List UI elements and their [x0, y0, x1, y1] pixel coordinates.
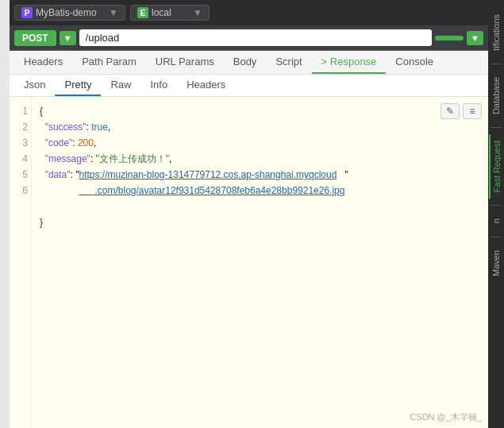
colon-4: : — [90, 151, 96, 167]
code-line-6: } — [40, 214, 482, 230]
brace-close: } — [40, 214, 43, 230]
tab-script[interactable]: Script — [266, 51, 311, 74]
tab-url-params[interactable]: URL Params — [146, 51, 224, 74]
comma-2: , — [108, 119, 110, 135]
resp-tab-raw[interactable]: Raw — [101, 75, 140, 96]
sidebar-tab-notifications[interactable]: tifications — [490, 8, 502, 57]
colon-3: : — [72, 135, 78, 151]
sidebar-tab-fast-request[interactable]: Fast Request — [489, 134, 503, 199]
code-line-1: { — [40, 103, 482, 119]
method-button[interactable]: POST — [14, 30, 56, 46]
method-dropdown-button[interactable]: ▼ — [60, 31, 76, 45]
resp-tab-pretty[interactable]: Pretty — [55, 75, 101, 96]
url-part2: .com/blog/avatar12f931d5428708feb6a4e28b… — [95, 185, 345, 196]
colon-2: : — [87, 119, 92, 135]
code-indent-3 — [40, 135, 45, 151]
code-indent-4 — [40, 151, 45, 167]
val-message: "文件上传成功！" — [96, 151, 170, 167]
resp-tab-json[interactable]: Json — [14, 75, 55, 96]
env-dropdown-arrow: ▼ — [193, 7, 202, 18]
val-code: 200 — [78, 135, 94, 151]
tab-response[interactable]: > Response — [312, 51, 387, 74]
line-num-2: 2 — [16, 119, 28, 135]
top-bar: P MyBatis-demo ▼ E local ▼ — [10, 0, 488, 25]
code-toolbar: ✎ ≡ — [441, 103, 482, 119]
key-message: "message" — [45, 151, 90, 167]
response-tabs: Json Pretty Raw Info Headers — [10, 75, 488, 97]
resp-tab-headers[interactable]: Headers — [177, 75, 235, 96]
project-icon: P — [21, 7, 33, 18]
send-button[interactable] — [435, 36, 464, 40]
tab-path-param[interactable]: Path Param — [72, 51, 146, 74]
right-sidebar: tifications Database Fast Request n Mave… — [488, 0, 504, 428]
format-icon: ≡ — [469, 103, 475, 119]
code-indent-5 — [40, 167, 45, 183]
code-content: { "success" : true , "code" : 200 , — [32, 97, 488, 428]
env-icon: E — [137, 7, 148, 18]
url-bar: POST ▼ ▼ — [10, 25, 488, 51]
tab-headers[interactable]: Headers — [14, 51, 72, 74]
code-indent-2 — [40, 119, 45, 135]
sidebar-divider-4 — [491, 237, 502, 237]
send-dropdown-button[interactable]: ▼ — [467, 31, 483, 45]
project-dropdown-arrow: ▼ — [109, 7, 118, 18]
url-input[interactable] — [79, 29, 433, 46]
quote-end-5: " — [344, 167, 348, 183]
colon-5: : " — [71, 167, 79, 183]
edit-button[interactable]: ✎ — [441, 103, 460, 119]
code-area: 1 2 3 4 5 6 { "success" : true , — [10, 97, 488, 428]
tab-body[interactable]: Body — [224, 51, 267, 74]
url-part1: https://muzinan-blog-1314779712.cos.ap-s… — [79, 169, 337, 180]
watermark: CSDN @_木字楠_ — [410, 411, 482, 423]
resp-tab-info[interactable]: Info — [140, 75, 177, 96]
line-num-1: 1 — [16, 103, 28, 119]
sidebar-divider-3 — [491, 205, 502, 206]
sidebar-tab-n[interactable]: n — [490, 212, 502, 229]
url-indent — [79, 185, 92, 196]
code-line-4: "message" : "文件上传成功！" , — [40, 151, 482, 167]
code-line-2: "success" : true , — [40, 119, 482, 135]
line-num-6: 6 — [16, 183, 28, 199]
url-value[interactable]: https://muzinan-blog-1314779712.cos.ap-s… — [79, 167, 344, 199]
key-data: "data" — [45, 167, 71, 183]
format-button[interactable]: ≡ — [463, 103, 482, 119]
line-numbers: 1 2 3 4 5 6 — [10, 97, 32, 428]
code-line-5: "data" : " https://muzinan-blog-13147797… — [40, 167, 482, 199]
brace-open: { — [40, 103, 43, 119]
line-num-5: 5 — [16, 167, 28, 183]
request-tabs: Headers Path Param URL Params Body Scrip… — [10, 51, 488, 75]
key-code: "code" — [45, 135, 73, 151]
main-area: P MyBatis-demo ▼ E local ▼ POST ▼ ▼ Head… — [10, 0, 488, 428]
sidebar-tab-maven[interactable]: Maven — [490, 244, 502, 283]
sidebar-divider-2 — [491, 127, 502, 128]
val-success: true — [91, 119, 108, 135]
project-name: MyBatis-demo — [36, 7, 97, 18]
code-line-3: "code" : 200 , — [40, 135, 482, 151]
line-num-3: 3 — [16, 135, 28, 151]
sidebar-tab-database[interactable]: Database — [490, 71, 502, 121]
env-selector[interactable]: E local ▼ — [130, 5, 210, 21]
comma-3: , — [94, 135, 96, 151]
tab-console[interactable]: Console — [386, 51, 443, 74]
comma-4: , — [169, 151, 171, 167]
env-name: local — [152, 7, 171, 18]
left-panel-hint — [0, 0, 10, 428]
sidebar-divider-1 — [491, 64, 502, 64]
key-success: "success" — [45, 119, 87, 135]
line-num-4: 4 — [16, 151, 28, 167]
edit-icon: ✎ — [446, 103, 454, 119]
project-selector[interactable]: P MyBatis-demo ▼ — [14, 5, 125, 21]
